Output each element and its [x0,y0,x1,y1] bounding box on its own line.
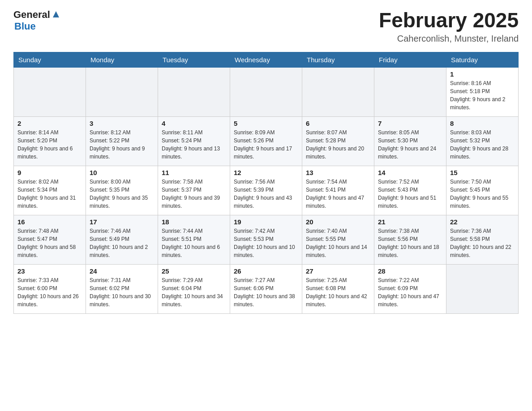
day-number: 12 [234,169,298,176]
day-info: Sunrise: 7:29 AMSunset: 6:04 PMDaylight:… [162,276,226,308]
day-number: 2 [17,120,82,127]
day-info: Sunrise: 8:11 AMSunset: 5:24 PMDaylight:… [162,128,226,161]
day-info: Sunrise: 8:03 AMSunset: 5:32 PMDaylight:… [450,128,515,161]
day-number: 16 [17,218,82,226]
day-number: 7 [378,120,442,127]
day-info: Sunrise: 7:22 AMSunset: 6:09 PMDaylight:… [378,276,442,308]
calendar-cell: 3Sunrise: 8:12 AMSunset: 5:22 PMDaylight… [86,116,158,166]
day-of-week-header: Thursday [302,52,374,67]
day-info: Sunrise: 8:02 AMSunset: 5:34 PMDaylight:… [17,178,82,210]
calendar-cell: 26Sunrise: 7:27 AMSunset: 6:06 PMDayligh… [230,264,302,313]
logo-blue: Blue [14,21,36,32]
day-of-week-header: Monday [86,52,158,67]
calendar-cell: 6Sunrise: 8:07 AMSunset: 5:28 PMDaylight… [302,116,374,166]
header-row: SundayMondayTuesdayWednesdayThursdayFrid… [14,52,519,67]
day-info: Sunrise: 8:12 AMSunset: 5:22 PMDaylight:… [90,128,154,161]
calendar-cell: 8Sunrise: 8:03 AMSunset: 5:32 PMDaylight… [446,116,519,166]
day-info: Sunrise: 7:58 AMSunset: 5:37 PMDaylight:… [162,178,226,210]
day-number: 10 [90,169,154,176]
calendar-cell: 27Sunrise: 7:25 AMSunset: 6:08 PMDayligh… [302,264,374,313]
calendar-cell: 5Sunrise: 8:09 AMSunset: 5:26 PMDaylight… [230,116,302,166]
calendar-cell: 28Sunrise: 7:22 AMSunset: 6:09 PMDayligh… [374,264,446,313]
calendar-cell: 4Sunrise: 8:11 AMSunset: 5:24 PMDaylight… [158,116,230,166]
day-info: Sunrise: 7:54 AMSunset: 5:41 PMDaylight:… [306,178,370,210]
day-number: 6 [306,120,370,127]
calendar-cell [86,67,158,116]
svg-marker-0 [53,11,59,17]
day-of-week-header: Friday [374,52,446,67]
day-of-week-header: Wednesday [230,52,302,67]
calendar-row: 2Sunrise: 8:14 AMSunset: 5:20 PMDaylight… [14,116,519,166]
calendar-cell: 24Sunrise: 7:31 AMSunset: 6:02 PMDayligh… [86,264,158,313]
calendar-cell: 14Sunrise: 7:52 AMSunset: 5:43 PMDayligh… [374,166,446,215]
calendar-cell: 18Sunrise: 7:44 AMSunset: 5:51 PMDayligh… [158,215,230,264]
day-number: 23 [17,267,82,275]
day-info: Sunrise: 7:38 AMSunset: 5:56 PMDaylight:… [378,227,442,259]
day-number: 14 [378,169,442,176]
day-number: 4 [162,120,226,127]
day-number: 17 [90,218,154,226]
calendar-cell [158,67,230,116]
day-number: 5 [234,120,298,127]
day-number: 3 [90,120,154,127]
day-of-week-header: Sunday [14,52,86,67]
calendar-cell: 15Sunrise: 7:50 AMSunset: 5:45 PMDayligh… [446,166,519,215]
day-info: Sunrise: 7:27 AMSunset: 6:06 PMDaylight:… [234,276,298,308]
day-number: 8 [450,120,515,127]
calendar-cell [302,67,374,116]
day-info: Sunrise: 7:52 AMSunset: 5:43 PMDaylight:… [378,178,442,210]
day-info: Sunrise: 7:36 AMSunset: 5:58 PMDaylight:… [450,227,515,259]
day-of-week-header: Saturday [446,52,519,67]
calendar-cell: 20Sunrise: 7:40 AMSunset: 5:55 PMDayligh… [302,215,374,264]
day-info: Sunrise: 7:42 AMSunset: 5:53 PMDaylight:… [234,227,298,259]
day-info: Sunrise: 8:09 AMSunset: 5:26 PMDaylight:… [234,128,298,161]
calendar-cell: 10Sunrise: 8:00 AMSunset: 5:35 PMDayligh… [86,166,158,215]
day-number: 9 [17,169,82,176]
calendar-cell: 23Sunrise: 7:33 AMSunset: 6:00 PMDayligh… [14,264,86,313]
calendar-cell: 12Sunrise: 7:56 AMSunset: 5:39 PMDayligh… [230,166,302,215]
day-info: Sunrise: 7:25 AMSunset: 6:08 PMDaylight:… [306,276,370,308]
day-info: Sunrise: 8:05 AMSunset: 5:30 PMDaylight:… [378,128,442,161]
calendar-cell: 16Sunrise: 7:48 AMSunset: 5:47 PMDayligh… [14,215,86,264]
day-number: 24 [90,267,154,275]
day-info: Sunrise: 7:33 AMSunset: 6:00 PMDaylight:… [17,276,82,308]
day-info: Sunrise: 8:14 AMSunset: 5:20 PMDaylight:… [17,128,82,161]
calendar-row: 23Sunrise: 7:33 AMSunset: 6:00 PMDayligh… [14,264,519,313]
day-number: 21 [378,218,442,226]
calendar-cell: 17Sunrise: 7:46 AMSunset: 5:49 PMDayligh… [86,215,158,264]
day-info: Sunrise: 7:31 AMSunset: 6:02 PMDaylight:… [90,276,154,308]
day-number: 22 [450,218,515,226]
logo: General Blue [13,9,61,32]
day-number: 19 [234,218,298,226]
page-header: General Blue February 2025 Caherconlish,… [13,9,519,44]
day-number: 25 [162,267,226,275]
calendar-cell: 19Sunrise: 7:42 AMSunset: 5:53 PMDayligh… [230,215,302,264]
calendar-table: SundayMondayTuesdayWednesdayThursdayFrid… [13,52,519,314]
day-info: Sunrise: 7:50 AMSunset: 5:45 PMDaylight:… [450,178,515,210]
month-title: February 2025 [379,9,519,32]
day-info: Sunrise: 8:00 AMSunset: 5:35 PMDaylight:… [90,178,154,210]
day-number: 27 [306,267,370,275]
day-info: Sunrise: 8:07 AMSunset: 5:28 PMDaylight:… [306,128,370,161]
day-info: Sunrise: 7:48 AMSunset: 5:47 PMDaylight:… [17,227,82,259]
calendar-cell: 7Sunrise: 8:05 AMSunset: 5:30 PMDaylight… [374,116,446,166]
day-number: 26 [234,267,298,275]
title-block: February 2025 Caherconlish, Munster, Ire… [379,9,519,44]
day-number: 11 [162,169,226,176]
calendar-cell [446,264,519,313]
calendar-cell: 13Sunrise: 7:54 AMSunset: 5:41 PMDayligh… [302,166,374,215]
logo-general: General [13,9,50,21]
day-info: Sunrise: 7:46 AMSunset: 5:49 PMDaylight:… [90,227,154,259]
day-info: Sunrise: 8:16 AMSunset: 5:18 PMDaylight:… [450,79,515,111]
calendar-cell: 21Sunrise: 7:38 AMSunset: 5:56 PMDayligh… [374,215,446,264]
logo-icon [51,9,61,19]
day-number: 20 [306,218,370,226]
calendar-cell: 2Sunrise: 8:14 AMSunset: 5:20 PMDaylight… [14,116,86,166]
day-number: 28 [378,267,442,275]
day-number: 1 [450,70,515,78]
calendar-cell: 22Sunrise: 7:36 AMSunset: 5:58 PMDayligh… [446,215,519,264]
day-info: Sunrise: 7:40 AMSunset: 5:55 PMDaylight:… [306,227,370,259]
calendar-cell [14,67,86,116]
day-of-week-header: Tuesday [158,52,230,67]
calendar-row: 1Sunrise: 8:16 AMSunset: 5:18 PMDaylight… [14,67,519,116]
